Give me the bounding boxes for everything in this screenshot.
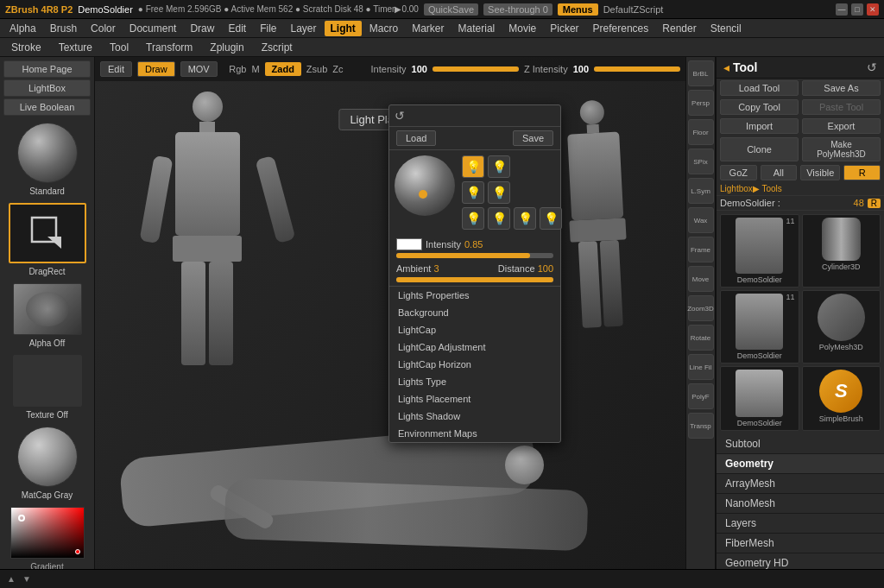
subtool-btn[interactable]: Subtool — [717, 434, 884, 454]
zadd-btn[interactable]: Zadd — [265, 62, 301, 76]
wax-btn[interactable]: Wax — [688, 207, 714, 233]
menu-stencil[interactable]: Stencil — [704, 21, 748, 36]
all-btn[interactable]: All — [761, 165, 798, 180]
edit-btn[interactable]: Edit — [100, 61, 132, 77]
menu-marker[interactable]: Marker — [406, 21, 450, 36]
menu-file[interactable]: File — [254, 21, 282, 36]
ambient-slider[interactable] — [396, 277, 553, 282]
center-viewport[interactable]: Edit Draw MOV Rgb M Zadd Zsub Zc Intensi… — [95, 57, 685, 588]
paste-tool-btn[interactable]: Paste Tool — [802, 99, 881, 115]
texture-thumb[interactable] — [13, 355, 82, 407]
light-icon-7[interactable]: 💡 — [514, 207, 536, 230]
menu-material[interactable]: Material — [452, 21, 502, 36]
polyf-btn[interactable]: PolyF — [688, 383, 714, 409]
menu-background[interactable]: Background — [389, 304, 560, 321]
refresh-icon[interactable]: ↺ — [395, 109, 405, 123]
menu-render[interactable]: Render — [656, 21, 702, 36]
menu-picker[interactable]: Picker — [544, 21, 584, 36]
menu-lights-type[interactable]: Lights Type — [389, 373, 560, 390]
light-icon-4[interactable]: 💡 — [488, 181, 510, 204]
polymesh3d-thumb[interactable]: PolyMesh3D — [802, 290, 881, 364]
nanomesh-btn[interactable]: NanoMesh — [717, 494, 884, 514]
import-btn[interactable]: Import — [720, 118, 799, 134]
menu-alpha[interactable]: Alpha — [3, 21, 42, 36]
maximize-btn[interactable]: □ — [851, 3, 863, 16]
spix-btn[interactable]: SPix — [688, 149, 714, 174]
cylinder3d-thumb[interactable]: Cylinder3D — [802, 214, 881, 288]
lightbox-btn[interactable]: LightBox — [3, 79, 91, 97]
visible-btn[interactable]: Visible — [800, 165, 840, 180]
clone-btn[interactable]: Clone — [720, 137, 799, 161]
demo-soldier-r-btn[interactable]: R — [868, 199, 881, 208]
z-intensity-slider[interactable] — [594, 66, 680, 72]
mov-btn[interactable]: MOV — [180, 61, 218, 77]
menu-lightcap-horizon[interactable]: LightCap Horizon — [389, 356, 560, 373]
standard-thumb[interactable] — [17, 123, 78, 183]
layers-btn[interactable]: Layers — [717, 514, 884, 534]
transp-btn[interactable]: Transp — [688, 413, 714, 439]
menu-layer[interactable]: Layer — [285, 21, 323, 36]
live-boolean-btn[interactable]: Live Boolean — [3, 98, 91, 116]
light-icon-1[interactable]: 💡 — [462, 155, 484, 178]
menu-lights-placement[interactable]: Lights Placement — [389, 390, 560, 408]
frame-btn[interactable]: Frame — [688, 237, 714, 262]
light-icon-5[interactable]: 💡 — [462, 207, 484, 230]
simple-brush-thumb[interactable]: S SimpleBrush — [802, 366, 881, 431]
quicksave-btn[interactable]: QuickSave — [424, 3, 478, 16]
load-tool-btn[interactable]: Load Tool — [720, 80, 799, 96]
minimize-btn[interactable]: — — [836, 3, 848, 16]
menu-color[interactable]: Color — [85, 21, 122, 36]
make-polymesh-btn[interactable]: Make PolyMesh3D — [802, 137, 881, 161]
demo-soldier-thumb-2[interactable]: 11 DemoSoldier — [720, 290, 799, 364]
menu-brush[interactable]: Brush — [44, 21, 83, 36]
move-btn[interactable]: Move — [688, 266, 714, 292]
arraymesh-btn[interactable]: ArrayMesh — [717, 474, 884, 494]
r-btn[interactable]: R — [843, 165, 881, 180]
goz-btn[interactable]: GoZ — [720, 165, 757, 180]
save-btn[interactable]: Save — [513, 130, 553, 146]
zoom3d-btn[interactable]: Zoom3D — [688, 295, 714, 321]
menu-preferences[interactable]: Preferences — [587, 21, 655, 36]
bottom-arrow-up[interactable]: ▲ — [7, 574, 16, 584]
home-page-btn[interactable]: Home Page — [3, 60, 91, 78]
close-btn[interactable]: ✕ — [867, 3, 879, 16]
tool-refresh-icon[interactable]: ↺ — [867, 60, 877, 74]
persp-btn[interactable]: Persp — [688, 90, 714, 116]
draw-btn[interactable]: Draw — [137, 61, 175, 77]
menu-document[interactable]: Document — [123, 21, 183, 36]
light-icon-6[interactable]: 💡 — [488, 207, 510, 230]
menu-environment-maps[interactable]: Environment Maps — [389, 425, 560, 442]
geometry-btn[interactable]: Geometry — [717, 454, 884, 474]
seethrough-btn[interactable]: See-through 0 — [483, 3, 552, 16]
brbl-btn[interactable]: BrBL — [688, 60, 714, 86]
light-sphere[interactable] — [395, 155, 455, 216]
demo-soldier-thumb-1[interactable]: 11 DemoSoldier — [720, 214, 799, 288]
light-icon-8[interactable]: 💡 — [540, 207, 562, 230]
menu-lightcap-adjustment[interactable]: LightCap Adjustment — [389, 338, 560, 356]
menu-lights-properties[interactable]: Lights Properties — [389, 287, 560, 304]
light-icon-3[interactable]: 💡 — [462, 181, 484, 204]
menu-draw[interactable]: Draw — [184, 21, 220, 36]
demo-soldier-thumb-3[interactable]: DemoSoldier — [720, 366, 799, 431]
sub-stroke[interactable]: Stroke — [7, 41, 46, 54]
light-icon-2[interactable]: 💡 — [488, 155, 510, 178]
export-btn[interactable]: Export — [802, 118, 881, 134]
menu-light[interactable]: Light — [325, 21, 362, 36]
sub-zplugin[interactable]: Zplugin — [205, 41, 248, 54]
copy-tool-btn[interactable]: Copy Tool — [720, 99, 799, 115]
floor-btn[interactable]: Floor — [688, 119, 714, 145]
menu-macro[interactable]: Macro — [363, 21, 404, 36]
linefil-btn[interactable]: Line Fil — [688, 354, 714, 380]
intensity-slider[interactable] — [433, 66, 519, 72]
menus-btn[interactable]: Menus — [558, 3, 598, 16]
rotate-btn[interactable]: Rotate — [688, 325, 714, 351]
sub-tool[interactable]: Tool — [105, 41, 133, 54]
fibermesh-btn[interactable]: FiberMesh — [717, 534, 884, 553]
dragrect-btn[interactable] — [9, 203, 86, 263]
load-btn[interactable]: Load — [396, 130, 436, 146]
menu-edit[interactable]: Edit — [222, 21, 252, 36]
lightbox-tools-label[interactable]: Lightbox▶ Tools — [717, 182, 884, 196]
menu-movie[interactable]: Movie — [502, 21, 542, 36]
color-picker[interactable] — [10, 507, 85, 559]
menu-lights-shadow[interactable]: Lights Shadow — [389, 408, 560, 425]
